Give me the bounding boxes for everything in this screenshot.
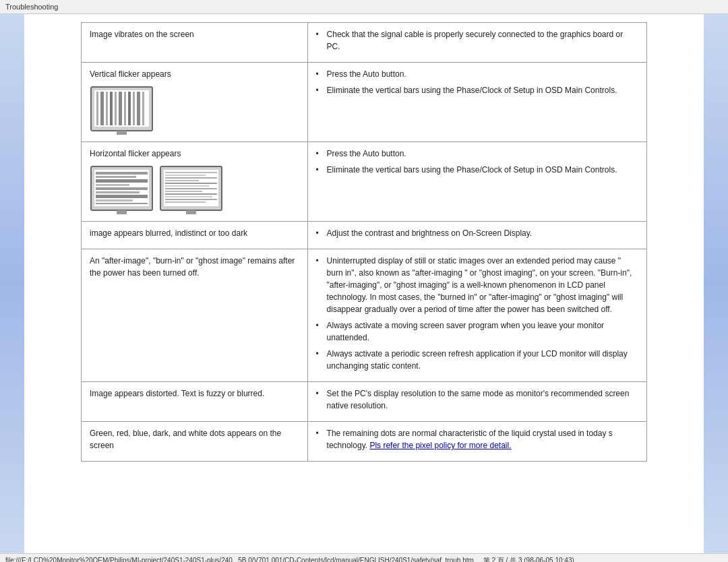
status-url: file:///E:/LCD%20Monitor%20OEM/Philips/M… [5, 557, 474, 562]
svg-rect-7 [119, 92, 122, 125]
problem-cell: Image appears distorted. Text is fuzzy o… [82, 382, 308, 422]
svg-rect-6 [115, 92, 117, 125]
svg-rect-25 [117, 210, 127, 214]
horizontal-flicker-image-1 [90, 165, 154, 216]
svg-rect-12 [142, 92, 144, 125]
solution-cell: Check that the signal cable is properly … [307, 23, 646, 63]
svg-rect-4 [106, 92, 108, 125]
svg-rect-21 [96, 191, 140, 193]
top-bar-label: Troubleshooting [5, 3, 58, 11]
solution-cell: Adjust the contrast and brightness on On… [307, 222, 646, 249]
svg-rect-20 [96, 187, 148, 190]
problem-title: An "after-image", "burn-in" or "ghost im… [90, 255, 299, 279]
solution-item: Always activate a periodic screen refres… [316, 348, 638, 372]
solution-item: Always activate a moving screen saver pr… [316, 319, 638, 344]
solution-item: Check that the signal cable is properly … [316, 28, 638, 53]
solution-item: The remaining dots are normal characteri… [316, 427, 638, 451]
content-area: Image vibrates on the screen Check that … [24, 14, 704, 553]
top-bar: Troubleshooting [0, 0, 728, 14]
solution-cell: Set the PC's display resolution to the s… [307, 382, 646, 422]
svg-rect-29 [165, 175, 206, 176]
problem-title: Vertical flicker appears [90, 68, 299, 80]
svg-rect-23 [96, 199, 133, 201]
problem-title: Horizontal flicker appears [90, 148, 299, 160]
solution-item: Eliminate the vertical bars using the Ph… [316, 164, 638, 176]
solution-item: Set the PC's display resolution to the s… [316, 387, 638, 412]
svg-rect-33 [165, 185, 209, 187]
table-row: Image vibrates on the screen Check that … [82, 23, 647, 63]
problem-title: Image appears distorted. Text is fuzzy o… [90, 387, 299, 400]
solution-cell: Uninterrupted display of still or static… [307, 249, 646, 382]
solution-list: Press the Auto button. Eliminate the ver… [316, 68, 638, 96]
problem-cell: Green, red, blue, dark, and white dots a… [82, 422, 308, 462]
table-row: Vertical flicker appears [82, 63, 647, 142]
solution-item: Press the Auto button. [316, 68, 638, 80]
page-content: Image vibrates on the screen Check that … [74, 22, 654, 462]
solution-list: Press the Auto button. Eliminate the ver… [316, 148, 638, 176]
problem-image-area [90, 86, 299, 136]
svg-rect-16 [96, 172, 148, 175]
svg-rect-35 [165, 191, 202, 192]
svg-rect-13 [117, 131, 127, 135]
table-row: An "after-image", "burn-in" or "ghost im… [82, 249, 647, 382]
problem-title: Image vibrates on the screen [90, 28, 299, 40]
problem-image-area [90, 165, 299, 216]
table-row: Green, red, blue, dark, and white dots a… [82, 422, 647, 462]
table-row: Image appears distorted. Text is fuzzy o… [82, 382, 647, 422]
solution-list: Uninterrupted display of still or static… [316, 255, 638, 372]
problem-cell: Horizontal flicker appears [82, 142, 308, 222]
svg-rect-3 [100, 92, 104, 125]
svg-rect-37 [165, 196, 212, 197]
svg-rect-19 [96, 184, 129, 186]
svg-rect-34 [165, 188, 217, 189]
table-row: Horizontal flicker appears [82, 142, 647, 222]
svg-rect-30 [165, 177, 217, 179]
svg-rect-8 [124, 92, 126, 125]
solution-list: Adjust the contrast and brightness on On… [316, 227, 638, 239]
problem-cell: image appears blurred, indistinct or too… [82, 222, 308, 249]
main-layout: Image vibrates on the screen Check that … [0, 14, 728, 553]
solution-list: Check that the signal cable is properly … [316, 28, 638, 53]
svg-rect-24 [96, 203, 148, 204]
status-page-info: 第 2 頁 / 共 3 (98-06-05 10:43) [483, 557, 574, 562]
problem-cell: Image vibrates on the screen [82, 23, 308, 63]
horizontal-flicker-image-2 [159, 165, 223, 216]
svg-rect-38 [165, 199, 217, 200]
solution-item: Eliminate the vertical bars using the Ph… [316, 84, 638, 96]
problem-cell: An "after-image", "burn-in" or "ghost im… [82, 249, 308, 382]
solution-cell: The remaining dots are normal characteri… [307, 422, 646, 462]
solution-cell: Press the Auto button. Eliminate the ver… [307, 142, 646, 222]
problem-cell: Vertical flicker appears [82, 63, 308, 142]
svg-rect-28 [165, 172, 217, 173]
solution-item: Uninterrupted display of still or static… [316, 255, 638, 315]
status-bar: file:///E:/LCD%20Monitor%20OEM/Philips/M… [0, 553, 728, 562]
svg-rect-40 [186, 210, 196, 214]
left-sidebar [0, 14, 24, 553]
svg-rect-5 [110, 92, 113, 125]
svg-rect-11 [137, 92, 140, 125]
solution-list: Set the PC's display resolution to the s… [316, 387, 638, 412]
svg-rect-9 [128, 92, 131, 125]
table-row: image appears blurred, indistinct or too… [82, 222, 647, 249]
svg-rect-31 [165, 180, 199, 181]
svg-rect-22 [96, 195, 148, 198]
svg-rect-36 [165, 193, 217, 195]
right-sidebar [704, 14, 728, 553]
solution-list: The remaining dots are normal characteri… [316, 427, 638, 451]
svg-rect-2 [96, 92, 98, 125]
svg-rect-39 [165, 201, 206, 203]
svg-rect-18 [96, 179, 148, 183]
solution-cell: Press the Auto button. Eliminate the ver… [307, 63, 646, 142]
pixel-policy-link[interactable]: Pls refer the pixel policy for more deta… [369, 441, 511, 450]
problem-title: image appears blurred, indistinct or too… [90, 227, 299, 239]
problem-title: Green, red, blue, dark, and white dots a… [90, 427, 299, 451]
svg-rect-17 [96, 176, 136, 178]
troubleshoot-table: Image vibrates on the screen Check that … [81, 22, 647, 462]
svg-rect-10 [133, 92, 135, 125]
solution-item: Adjust the contrast and brightness on On… [316, 227, 638, 239]
solution-item: Press the Auto button. [316, 148, 638, 160]
vertical-flicker-image [90, 86, 154, 136]
svg-rect-32 [165, 183, 217, 184]
